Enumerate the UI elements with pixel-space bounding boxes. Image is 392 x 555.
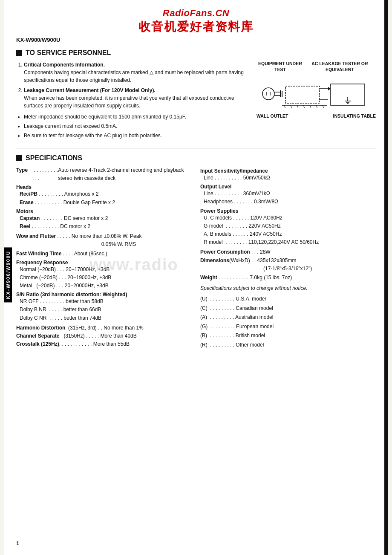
- spec-sn-dolbybnr: Dolby B NR . . . . . better than 66dB: [16, 306, 192, 314]
- site-title-en: RadioFans.CN: [16, 8, 376, 19]
- specs-icon: [16, 155, 22, 161]
- service-item-1: Critical Components Information. Compone…: [24, 61, 249, 84]
- spec-reel: Reel . . . . . . . . . . DC motor x 2: [16, 223, 192, 231]
- spec-crosstalk: Crosstalk (125Hz) . . . . . . . . . . . …: [16, 340, 192, 348]
- spec-sn-label: S/N Ratio (3rd harmonic distortion: Weig…: [16, 292, 192, 298]
- service-numbered-list: Critical Components Information. Compone…: [16, 61, 249, 110]
- section-divider-1: [16, 148, 376, 148]
- service-bullet-2: Leakage current must not exceed 0.5mA.: [24, 122, 249, 130]
- spec-freq-normal: Normal (−20dB) . . . 20−17000Hz, ±3dB: [16, 266, 192, 274]
- specs-left: Type . . . . . . . . . . . . Auto revers…: [16, 166, 192, 350]
- service-bullet-1: Meter impedance should be equivalent to …: [24, 113, 249, 121]
- svg-line-22: [316, 105, 317, 108]
- model-r: (R) . . . . . . . . . Other model: [200, 341, 376, 350]
- spec-output-line: Line . . . . . . . . . . 360mV/1kΩ: [200, 190, 376, 198]
- service-text: Critical Components Information. Compone…: [16, 61, 249, 141]
- diagram-bottom-labels: WALL OUTLET INSULATING TABLE: [257, 113, 376, 119]
- service-heading: TO SERVICE PERSONNEL: [16, 49, 376, 57]
- spec-wow: Wow and Flutter . . . . . No more than ±…: [16, 232, 192, 249]
- model-b: (B) . . . . . . . . . British model: [200, 331, 376, 341]
- spec-channel-sep: Channel Separate (3150Hz) . . . . . More…: [16, 332, 192, 340]
- page-number: 1: [16, 540, 19, 546]
- spec-erase: Erase . . . . . . . . . . Double Gap Fer…: [16, 199, 192, 207]
- service-section: Critical Components Information. Compone…: [16, 61, 376, 141]
- model-u: (U) . . . . . . . . . U.S.A. model: [200, 295, 376, 304]
- site-header: RadioFans.CN 收音机爱好者资料库: [16, 8, 376, 35]
- section-icon: [16, 50, 22, 56]
- svg-line-21: [310, 105, 311, 108]
- spec-power-consumption: Power Consumption . . . 28W: [200, 248, 376, 256]
- spec-ps-r: R model . . . . . . . . 110,120,220,240V…: [200, 238, 376, 246]
- spec-weight: Weight . . . . . . . . . . . 7.0kg (15 l…: [200, 274, 376, 282]
- label-wall-outlet: WALL OUTLET: [257, 113, 288, 119]
- circuit-diagram: [257, 73, 372, 112]
- spec-input-line: Line . . . . . . . . . . 50mV/50kΩ: [200, 174, 376, 182]
- spec-freq-metal: Metal (−20dB) . . . 20−20000Hz, ±3dB: [16, 282, 192, 290]
- svg-rect-7: [285, 86, 320, 103]
- svg-line-23: [323, 105, 324, 108]
- spec-sn-nroff: NR OFF . . . . . . . . . better than 58d…: [16, 298, 192, 306]
- spec-ps-ab: A, B models . . . . . . 240V AC50Hz: [200, 230, 376, 238]
- right-bar: [384, 0, 388, 555]
- model-number: KX-W900/W900U: [16, 37, 376, 43]
- specs-container: Type . . . . . . . . . . . . Auto revers…: [16, 166, 376, 350]
- specs-right: Input Sensitivity/Impedance Line . . . .…: [200, 166, 376, 350]
- svg-line-19: [297, 105, 298, 108]
- spec-type: Type . . . . . . . . . . . . Auto revers…: [16, 166, 192, 182]
- label-equipment: EQUIPMENT UNDER TEST: [257, 61, 304, 72]
- spec-fast-winding: Fast Winding Time . . . . About (85sec.): [16, 250, 192, 258]
- diagram-labels: EQUIPMENT UNDER TEST AC LEAKAGE TESTER O…: [257, 61, 376, 72]
- spec-dimensions: Dimensions (WxHxD) . . 435x132x305mm (17…: [200, 257, 376, 273]
- spec-power-supplies-label: Power Supplies: [200, 208, 376, 214]
- spec-ps-uc: U, C models . . . . . . 120V AC60Hz: [200, 214, 376, 222]
- site-title-cn: 收音机爱好者资料库: [16, 19, 376, 35]
- spec-ps-g: G model . . . . . . . . 220V AC50Hz: [200, 222, 376, 230]
- specs-heading: SPECIFICATIONS: [16, 154, 376, 162]
- spec-heads-label: Heads: [16, 184, 192, 190]
- model-a: (A) . . . . . . . . . Australian model: [200, 313, 376, 322]
- model-c: (C) . . . . . . . . . Canadian model: [200, 304, 376, 313]
- spec-output-label: Output Level: [200, 184, 376, 190]
- svg-line-18: [291, 105, 292, 108]
- spec-freq-label: Frequency Response: [16, 260, 192, 266]
- svg-line-20: [303, 105, 305, 108]
- spec-sn-dolbycnr: Dolby C NR . . . . . better than 74dB: [16, 314, 192, 322]
- spec-recpb: Rec/PB . . . . . . . . . Amorphous x 2: [16, 190, 192, 198]
- label-insulating-table: INSULATING TABLE: [333, 113, 376, 119]
- spec-note: Specifications subject to change without…: [200, 285, 376, 291]
- service-bullet-list: Meter impedance should be equivalent to …: [16, 113, 249, 139]
- spec-harmonic: Harmonic Distortion (315Hz, 3rd) . . No …: [16, 324, 192, 332]
- model-g: (G) . . . . . . . . . European model: [200, 322, 376, 332]
- side-label: KX-W900/W900U: [4, 247, 12, 302]
- spec-motors-label: Motors: [16, 208, 192, 214]
- spec-output-headphones: Headphones . . . . . . . 0.3mW/8Ω: [200, 198, 376, 206]
- spec-input-label: Input Sensitivity/Impedance: [200, 168, 376, 174]
- diagram-area: EQUIPMENT UNDER TEST AC LEAKAGE TESTER O…: [257, 61, 376, 141]
- model-list: (U) . . . . . . . . . U.S.A. model (C) .…: [200, 295, 376, 350]
- spec-capstan: Capstan . . . . . . . . DC servo motor x…: [16, 214, 192, 223]
- service-bullet-3: Be sure to test for leakage with the AC …: [24, 132, 249, 139]
- svg-marker-10: [328, 87, 331, 90]
- service-item-2: Leakage Current Measurement (For 120V Mo…: [24, 87, 249, 110]
- svg-point-0: [262, 88, 274, 100]
- spec-freq-chrome: Chrome (−20dB) . . . 20−19000Hz, ±3dB: [16, 274, 192, 282]
- svg-line-17: [284, 105, 285, 108]
- label-ac-tester: AC LEAKAGE TESTER OR EQUIVALENT: [304, 61, 376, 72]
